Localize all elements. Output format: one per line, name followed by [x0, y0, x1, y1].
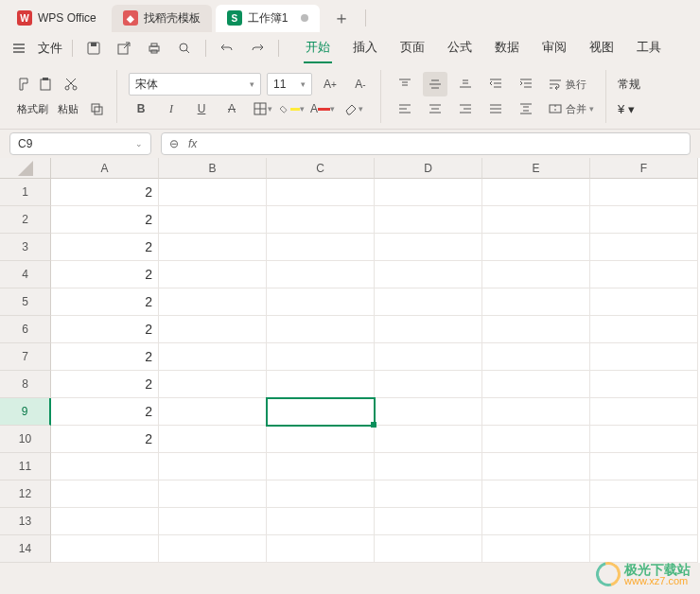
align-middle-button[interactable]	[423, 72, 447, 96]
cell[interactable]	[267, 426, 375, 453]
hamburger-icon[interactable]	[8, 37, 30, 60]
cell[interactable]	[590, 371, 698, 398]
select-all-corner[interactable]	[0, 158, 51, 179]
indent-increase-button[interactable]	[514, 72, 538, 96]
align-top-button[interactable]	[393, 72, 417, 96]
cell[interactable]	[375, 480, 482, 508]
cell[interactable]	[267, 453, 375, 480]
cell[interactable]	[590, 480, 698, 508]
cell[interactable]	[159, 453, 267, 480]
cell[interactable]	[51, 453, 159, 480]
cell[interactable]	[159, 426, 267, 453]
ribbon-tab-insert[interactable]: 插入	[351, 33, 379, 63]
cell[interactable]	[590, 234, 698, 261]
wrap-text-button[interactable]: 换行	[544, 72, 590, 96]
cell[interactable]: 2	[51, 343, 159, 371]
redo-icon[interactable]	[246, 37, 269, 60]
cell[interactable]	[159, 398, 267, 426]
cell[interactable]	[51, 508, 159, 535]
ribbon-tab-page[interactable]: 页面	[398, 33, 427, 63]
column-header[interactable]: C	[267, 158, 375, 179]
cell[interactable]	[375, 398, 482, 426]
fill-color-button[interactable]: ▾	[280, 96, 305, 121]
cell[interactable]	[375, 179, 482, 206]
formula-input[interactable]: ⊖ fx	[161, 132, 691, 155]
cell[interactable]	[267, 371, 375, 398]
row-header[interactable]: 7	[0, 343, 51, 371]
cell[interactable]	[267, 288, 375, 316]
cell[interactable]	[590, 261, 698, 288]
cell[interactable]	[159, 179, 267, 206]
cell[interactable]	[159, 261, 267, 288]
cell[interactable]	[159, 371, 267, 398]
underline-button[interactable]: U	[189, 96, 214, 121]
cell[interactable]	[267, 179, 375, 206]
align-right-button[interactable]	[453, 96, 478, 121]
cell[interactable]: 2	[51, 288, 159, 316]
font-size-select[interactable]: 11 ▾	[267, 73, 312, 96]
cell[interactable]	[267, 316, 375, 343]
cell[interactable]	[482, 371, 590, 398]
copy-button[interactable]	[84, 96, 109, 121]
cell[interactable]	[375, 261, 482, 288]
cell[interactable]	[375, 371, 482, 398]
cell[interactable]	[159, 508, 267, 535]
font-name-select[interactable]: 宋体 ▾	[129, 73, 261, 96]
cell[interactable]	[159, 234, 267, 261]
cell[interactable]	[267, 398, 375, 426]
paste-button[interactable]	[38, 74, 53, 95]
ribbon-tab-formula[interactable]: 公式	[446, 33, 474, 63]
ribbon-tab-data[interactable]: 数据	[493, 33, 521, 63]
cell[interactable]	[159, 480, 267, 508]
add-tab-button[interactable]: ＋	[324, 3, 359, 33]
cell[interactable]	[482, 316, 590, 343]
column-header[interactable]: D	[375, 158, 482, 179]
cell[interactable]	[267, 234, 375, 261]
number-format-select[interactable]: 常规	[618, 77, 640, 93]
row-header[interactable]: 11	[0, 453, 51, 480]
export-icon[interactable]	[113, 37, 135, 60]
tab-app[interactable]: W WPS Office	[6, 5, 108, 31]
row-header[interactable]: 13	[0, 508, 51, 535]
cell[interactable]	[482, 398, 590, 426]
cell[interactable]	[267, 343, 375, 371]
name-box[interactable]: C9 ⌄	[9, 132, 151, 155]
preview-icon[interactable]	[173, 37, 196, 60]
cut-button[interactable]	[59, 72, 83, 96]
cell[interactable]	[482, 179, 590, 206]
format-painter-button[interactable]	[17, 74, 32, 95]
cell[interactable]	[267, 261, 375, 288]
align-center-button[interactable]	[423, 96, 447, 121]
row-header[interactable]: 3	[0, 234, 51, 261]
cell[interactable]	[375, 426, 482, 453]
cell[interactable]	[159, 343, 267, 371]
cell[interactable]	[51, 480, 159, 508]
row-header[interactable]: 9	[0, 398, 51, 426]
cell[interactable]	[590, 343, 698, 371]
cell[interactable]	[590, 316, 698, 343]
cell[interactable]	[482, 206, 590, 234]
indent-decrease-button[interactable]	[483, 72, 508, 96]
tab-workbook[interactable]: S 工作簿1	[216, 5, 321, 32]
cell[interactable]	[375, 234, 482, 261]
row-header[interactable]: 8	[0, 371, 51, 398]
cell[interactable]	[590, 508, 698, 535]
cell[interactable]	[482, 508, 590, 535]
cell[interactable]	[590, 453, 698, 480]
distribute-button[interactable]	[514, 96, 538, 121]
cell[interactable]	[482, 343, 590, 371]
row-header[interactable]: 1	[0, 179, 51, 206]
cell[interactable]	[590, 535, 698, 563]
currency-icon[interactable]: ¥ ▾	[618, 102, 635, 116]
cell[interactable]	[590, 179, 698, 206]
cell[interactable]	[267, 206, 375, 234]
fx-label[interactable]: fx	[188, 137, 197, 150]
font-shrink-button[interactable]: A-	[348, 72, 373, 96]
cancel-icon[interactable]: ⊖	[169, 137, 179, 150]
border-button[interactable]: ▾	[250, 96, 274, 121]
cell[interactable]	[482, 453, 590, 480]
column-header[interactable]: A	[51, 158, 159, 179]
cell[interactable]	[482, 535, 590, 563]
cell[interactable]	[375, 508, 482, 535]
font-grow-button[interactable]: A+	[318, 72, 342, 96]
